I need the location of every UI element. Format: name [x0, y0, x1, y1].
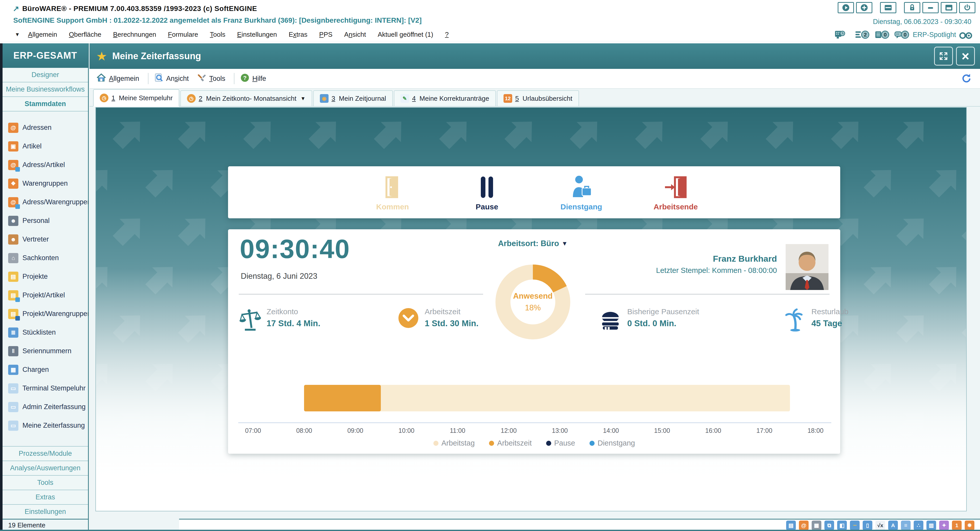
- add-button[interactable]: [856, 2, 872, 13]
- sidebar-section-stammdaten[interactable]: Stammdaten: [3, 97, 88, 111]
- tab-urlaubsübersicht[interactable]: 125 Urlaubsübersicht: [497, 90, 579, 106]
- toolbar-tools[interactable]: Tools: [196, 73, 225, 84]
- calendar-12-icon: 12: [504, 94, 512, 103]
- parts-list-icon: ≣: [8, 328, 18, 338]
- share-nodes-icon[interactable]: ∴: [914, 521, 923, 530]
- sidebar-item-projekte[interactable]: ▤Projekte: [3, 267, 88, 286]
- app-logo-arrow-icon: ↗: [13, 4, 19, 13]
- address-book-add-icon[interactable]: @: [799, 521, 808, 530]
- sidebar-item-artikel[interactable]: ▣Artikel: [3, 137, 88, 156]
- toolbar-ansicht[interactable]: Ansicht: [154, 73, 189, 84]
- windows-switch-icon[interactable]: ⧉: [824, 521, 834, 530]
- expand-button[interactable]: [934, 47, 953, 65]
- sidebar-item-warengruppen[interactable]: ❖Warengruppen: [3, 174, 88, 193]
- sidebar-bottom-sections: Prozesse/ModuleAnalyse/AuswertungenTools…: [3, 446, 88, 519]
- arbeitsort-dropdown[interactable]: Arbeitsort: Büro ▼: [498, 239, 568, 248]
- svg-text:?: ?: [243, 75, 247, 81]
- table-columns-icon[interactable]: ▥: [926, 521, 936, 530]
- open-lists-icon[interactable]: 0: [873, 29, 886, 40]
- close-button[interactable]: ×: [956, 47, 975, 65]
- terminal-clock-icon[interactable]: [833, 29, 846, 40]
- bug-icon[interactable]: ✹: [965, 521, 974, 530]
- batch-barcode-icon: ▦: [8, 365, 18, 375]
- sidebar-item-projekt-artikel[interactable]: ▤Projekt/Artikel: [3, 286, 88, 305]
- refresh-icon[interactable]: [960, 72, 972, 85]
- phone-icon[interactable]: ▯: [863, 521, 872, 530]
- menu-formulare[interactable]: Formulare: [168, 30, 198, 38]
- power-button[interactable]: [959, 2, 975, 13]
- sidebar-item-adressen[interactable]: @Adressen: [3, 118, 88, 137]
- project-folder-icon: ▤: [8, 272, 18, 282]
- content-panel: KommenPauseDienstgangArbeitsende 09:30:4…: [95, 107, 967, 511]
- sidebar-section-einstellungen[interactable]: Einstellungen: [3, 504, 88, 519]
- minimize-button[interactable]: [922, 2, 939, 13]
- sidebar-item-sachkonten[interactable]: ⌂Sachkonten: [3, 249, 88, 267]
- sidebar-section-prozesse-module[interactable]: Prozesse/Module: [3, 446, 88, 461]
- sidebar-section-extras[interactable]: Extras: [3, 490, 88, 504]
- axis-tick: 09:00: [347, 427, 363, 434]
- sidebar-section-designer[interactable]: Designer: [3, 68, 88, 83]
- notes-icon[interactable]: ≡: [901, 521, 911, 530]
- sidebar-item-terminal-stempeluhr[interactable]: ▭Terminal Stempeluhr: [3, 379, 88, 397]
- menu-dropdown-icon[interactable]: ▼: [15, 32, 20, 38]
- sidebar-item-adress-warengruppen[interactable]: @Adress/Warengruppen: [3, 193, 88, 211]
- tab-meine-stempeluhr[interactable]: ◷1 Meine Stempeluhr: [93, 89, 179, 107]
- stat-arbeitszeit: Arbeitszeit1 Std. 30 Min.: [398, 307, 479, 330]
- calculator-icon[interactable]: ▦: [811, 521, 821, 530]
- action-pause[interactable]: Pause: [456, 173, 517, 211]
- address-book-icon: @: [8, 123, 18, 133]
- sidebar-section-analyse-auswertungen[interactable]: Analyse/Auswertungen: [3, 461, 88, 475]
- window-key-icon[interactable]: ┄: [850, 521, 860, 530]
- sidebar-section-tools[interactable]: Tools: [3, 475, 88, 490]
- tab-mein-zeitjournal[interactable]: ◉3 Mein Zeitjournal: [313, 90, 393, 106]
- user-name: Franz Burkhard: [656, 254, 777, 264]
- toolbar-hilfe[interactable]: ?Hilfe: [240, 73, 266, 84]
- current-date: Dienstag, 6 Juni 2023: [241, 272, 317, 281]
- action-arbeitsende[interactable]: Arbeitsende: [645, 173, 706, 211]
- menu-aktuell-geöffnet-1-[interactable]: Aktuell geöffnet (1): [378, 30, 433, 38]
- menu-berechnungen[interactable]: Berechnungen: [113, 30, 156, 38]
- journal-dial-icon: ◉: [320, 94, 329, 103]
- presence-donut-chart: Anwesend 18%: [492, 261, 574, 343]
- sidebar-item-adress-artikel[interactable]: @Adress/Artikel: [3, 156, 88, 174]
- tab-meine-korrekturanträge[interactable]: ✎4 Meine Korrekturanträge: [394, 90, 496, 106]
- sidebar-item-stücklisten[interactable]: ≣Stücklisten: [3, 323, 88, 342]
- sidebar-item-seriennummern[interactable]: ‖Seriennummern: [3, 342, 88, 360]
- sidebar-item-vertreter[interactable]: ☻Vertreter: [3, 230, 88, 249]
- sidebar-item-meine-zeiterfassung[interactable]: ▭Meine Zeiterfassung: [3, 416, 88, 435]
- menu-oberfläche[interactable]: Oberfläche: [69, 30, 101, 38]
- menu-tools[interactable]: Tools: [210, 30, 226, 38]
- toolbar-allgemein[interactable]: Allgemein: [96, 73, 139, 84]
- keyboard-icon[interactable]: ▤: [786, 521, 796, 530]
- magic-wand-icon[interactable]: ✦: [939, 521, 949, 530]
- axis-tick: 18:00: [808, 427, 824, 434]
- open-sessions-icon[interactable]: 2: [853, 29, 866, 40]
- project-article-icon: ▤: [8, 290, 18, 300]
- layout-button[interactable]: [880, 2, 896, 13]
- sidebar-item-personal[interactable]: ☻Personal: [3, 211, 88, 230]
- maximize-button[interactable]: [941, 2, 957, 13]
- sidebar-item-admin-zeiterfassung[interactable]: ▭Admin Zeiterfassung: [3, 397, 88, 416]
- calendar-1-icon[interactable]: 1: [952, 521, 962, 530]
- menu-einstellungen[interactable]: Einstellungen: [237, 30, 277, 38]
- menu-extras[interactable]: Extras: [289, 30, 308, 38]
- action-dienstgang[interactable]: Dienstgang: [551, 173, 612, 211]
- menu-ansicht[interactable]: Ansicht: [344, 30, 366, 38]
- goods-groups-icon: ❖: [8, 178, 18, 189]
- menu--[interactable]: ?: [445, 30, 449, 38]
- menu-pps[interactable]: PPS: [319, 30, 332, 38]
- sidebar-item-chargen[interactable]: ▦Chargen: [3, 360, 88, 379]
- sidebar-section-meine-businessworkflows[interactable]: Meine Businessworkflows: [3, 83, 88, 97]
- magnifier-icon: [154, 73, 164, 84]
- tab-mein-zeitkonto-monatsansicht[interactable]: ◷2 Mein Zeitkonto- Monatsansicht▼: [180, 90, 312, 106]
- favorite-star-icon[interactable]: ★: [96, 49, 107, 63]
- erp-spotlight[interactable]: ERP-Spotlight: [913, 30, 972, 40]
- menu-allgemein[interactable]: Allgemein: [28, 30, 57, 38]
- formula-icon[interactable]: √x: [875, 521, 885, 530]
- window-sidebar-icon[interactable]: ◧: [837, 521, 847, 530]
- translate-icon[interactable]: A: [888, 521, 898, 530]
- messages-icon[interactable]: 0: [893, 29, 906, 40]
- sidebar-item-projekt-warengruppen[interactable]: ▤Projekt/Warengruppen: [3, 305, 88, 323]
- lock-button[interactable]: [904, 2, 920, 13]
- play-button[interactable]: [838, 2, 854, 13]
